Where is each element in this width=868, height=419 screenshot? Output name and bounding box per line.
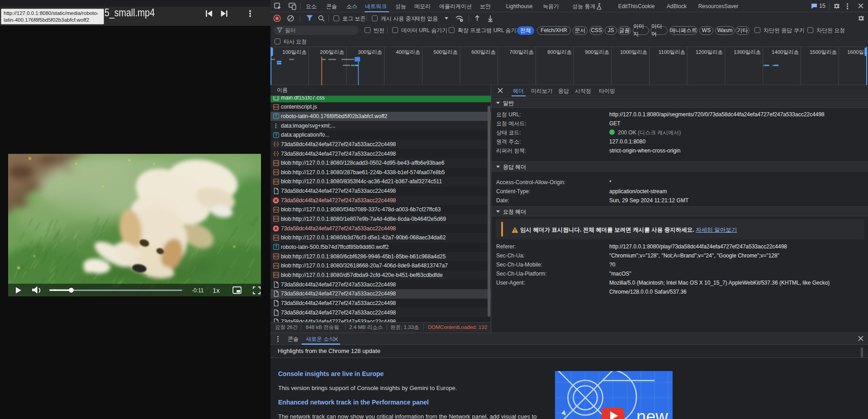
- svg-text:{}: {}: [274, 96, 278, 100]
- svg-text:new: new: [636, 407, 668, 419]
- svg-text:1x: 1x: [213, 286, 220, 294]
- svg-text:-0:11: -0:11: [192, 287, 204, 294]
